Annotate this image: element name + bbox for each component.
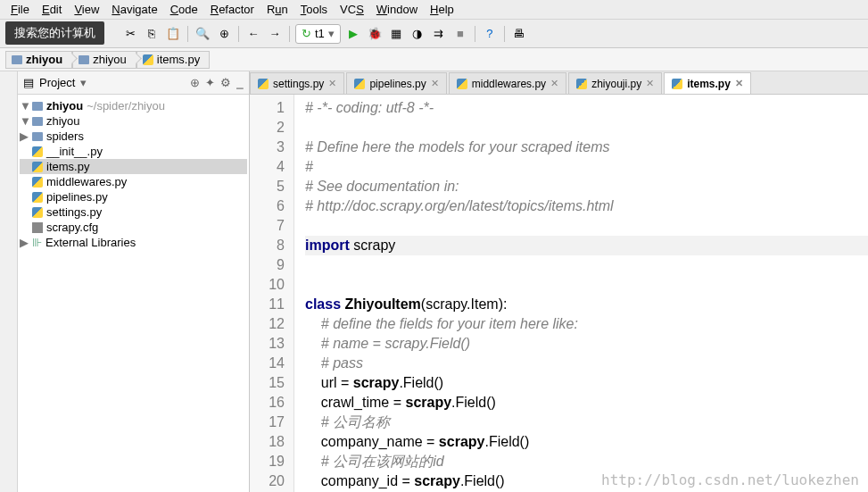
code-line[interactable]: company_id = scrapy.Field() bbox=[305, 471, 868, 491]
code-line[interactable]: # 公司名称 bbox=[305, 413, 868, 432]
code-line[interactable] bbox=[305, 118, 868, 138]
code-lines[interactable]: # -*- coding: utf-8 -*- # Define here th… bbox=[294, 95, 868, 492]
stop-icon[interactable]: ■ bbox=[451, 25, 469, 43]
code-line[interactable]: # name = scrapy.Field() bbox=[305, 334, 868, 354]
menu-edit[interactable]: Edit bbox=[37, 2, 67, 17]
breadcrumb-label: items.py bbox=[157, 53, 200, 66]
help-icon[interactable]: ? bbox=[481, 25, 499, 43]
tree-row[interactable]: pipelines.py bbox=[20, 189, 247, 204]
close-icon[interactable]: ✕ bbox=[550, 78, 558, 89]
cut-icon[interactable]: ✂ bbox=[121, 25, 139, 43]
code-line[interactable]: # 公司在该网站的id bbox=[305, 452, 868, 471]
folder-icon bbox=[32, 132, 43, 141]
expand-arrow-icon[interactable]: ▼ bbox=[20, 99, 29, 113]
chevron-down-icon: ▾ bbox=[328, 27, 335, 40]
target-icon[interactable]: ⊕ bbox=[190, 76, 200, 89]
paste-icon[interactable]: 📋 bbox=[164, 25, 182, 43]
line-number: 9 bbox=[250, 255, 285, 275]
tree-row[interactable]: items.py bbox=[20, 159, 247, 174]
code-line[interactable]: # bbox=[305, 157, 868, 177]
tree-row[interactable]: ▼zhiyou bbox=[20, 113, 247, 129]
menu-code[interactable]: Code bbox=[165, 2, 203, 17]
breadcrumb-item[interactable]: zhiyou bbox=[5, 51, 72, 69]
tree-label: pipelines.py bbox=[46, 190, 108, 204]
breadcrumb-label: zhiyou bbox=[93, 53, 127, 66]
code-line[interactable] bbox=[305, 275, 868, 295]
close-icon[interactable]: ✕ bbox=[328, 78, 336, 89]
expand-arrow-icon[interactable]: ▶ bbox=[20, 129, 29, 143]
menu-navigate[interactable]: Navigate bbox=[106, 2, 162, 17]
editor-tab[interactable]: middlewares.py✕ bbox=[449, 72, 566, 94]
code-area[interactable]: 1234567891011121314151617181920 # -*- co… bbox=[250, 95, 868, 492]
hide-icon[interactable]: ⎯ bbox=[236, 76, 244, 89]
project-view-icon[interactable]: ▤ bbox=[23, 76, 34, 89]
run-icon[interactable]: ▶ bbox=[344, 25, 362, 43]
menu-view[interactable]: View bbox=[69, 2, 104, 17]
copy-icon[interactable]: ⎘ bbox=[143, 25, 161, 43]
menu-file[interactable]: File bbox=[5, 2, 35, 17]
code-line[interactable] bbox=[305, 216, 868, 236]
tree-row[interactable]: ▼zhiyou ~/spider/zhiyou bbox=[20, 98, 247, 113]
find-icon[interactable]: 🔍 bbox=[194, 25, 211, 43]
close-icon[interactable]: ✕ bbox=[646, 78, 654, 89]
code-line[interactable]: import scrapy bbox=[305, 236, 868, 255]
run-config-selector[interactable]: ↻ t1 ▾ bbox=[295, 24, 341, 44]
code-line[interactable]: # pass bbox=[305, 354, 868, 373]
menu-run[interactable]: Run bbox=[261, 2, 293, 17]
tree-row[interactable]: ▶spiders bbox=[20, 129, 247, 144]
code-line[interactable]: # http://doc.scrapy.org/en/latest/topics… bbox=[305, 196, 868, 216]
breadcrumb-item[interactable]: items.py bbox=[136, 51, 210, 69]
print-icon[interactable]: 🖶 bbox=[510, 25, 528, 43]
line-number: 19 bbox=[250, 452, 285, 471]
gear-icon[interactable]: ⚙ bbox=[220, 76, 231, 89]
close-icon[interactable]: ✕ bbox=[431, 78, 439, 89]
editor-tab[interactable]: pipelines.py✕ bbox=[346, 72, 446, 94]
debug-icon[interactable]: 🐞 bbox=[366, 25, 384, 43]
menu-vcs[interactable]: VCS bbox=[335, 2, 369, 17]
line-number: 14 bbox=[250, 354, 285, 373]
breadcrumb-label: zhiyou bbox=[26, 53, 62, 66]
forward-icon[interactable]: → bbox=[266, 25, 284, 43]
tree-row[interactable]: scrapy.cfg bbox=[20, 220, 247, 235]
python-file-icon bbox=[32, 162, 43, 172]
code-line[interactable]: # -*- coding: utf-8 -*- bbox=[305, 98, 868, 118]
concurrent-icon[interactable]: ⇉ bbox=[430, 25, 448, 43]
tree-row[interactable]: settings.py bbox=[20, 204, 247, 220]
search-overlay[interactable]: 搜索您的计算机 bbox=[5, 21, 104, 45]
menu-help[interactable]: Help bbox=[425, 2, 459, 17]
menu-window[interactable]: Window bbox=[371, 2, 423, 17]
code-line[interactable]: # Define here the models for your scrape… bbox=[305, 138, 868, 157]
code-line[interactable]: url = scrapy.Field() bbox=[305, 373, 868, 393]
line-number: 18 bbox=[250, 432, 285, 452]
code-line[interactable]: crawl_time = scrapy.Field() bbox=[305, 393, 868, 413]
tree-row[interactable]: __init__.py bbox=[20, 144, 247, 159]
breadcrumb-item[interactable]: zhiyou bbox=[72, 51, 136, 69]
chevron-down-icon[interactable]: ▾ bbox=[80, 76, 87, 89]
tree-row[interactable]: ▶External Libraries bbox=[20, 235, 247, 250]
menu-refactor[interactable]: Refactor bbox=[205, 2, 260, 17]
folder-icon bbox=[32, 102, 43, 111]
code-line[interactable]: class ZhiyouItem(scrapy.Item): bbox=[305, 295, 868, 314]
code-line[interactable]: # See documentation in: bbox=[305, 177, 868, 196]
editor-tab[interactable]: items.py✕ bbox=[664, 72, 751, 94]
code-line[interactable]: # define the fields for your item here l… bbox=[305, 314, 868, 334]
line-gutter: 1234567891011121314151617181920 bbox=[250, 95, 294, 492]
profile-icon[interactable]: ◑ bbox=[409, 25, 426, 43]
code-line[interactable] bbox=[305, 255, 868, 275]
editor-tab[interactable]: settings.py✕ bbox=[250, 72, 344, 94]
coverage-icon[interactable]: ▦ bbox=[387, 25, 405, 43]
back-icon[interactable]: ← bbox=[244, 25, 262, 43]
tool-window-stripe[interactable] bbox=[0, 71, 18, 492]
close-icon[interactable]: ✕ bbox=[735, 78, 743, 89]
line-number: 7 bbox=[250, 216, 285, 236]
code-line[interactable]: company_name = scrapy.Field() bbox=[305, 432, 868, 452]
expand-arrow-icon[interactable]: ▶ bbox=[20, 236, 29, 249]
editor-tab[interactable]: zhiyouji.py✕ bbox=[568, 72, 662, 94]
project-tree[interactable]: ▼zhiyou ~/spider/zhiyou▼zhiyou▶spiders__… bbox=[18, 95, 249, 254]
tree-row[interactable]: middlewares.py bbox=[20, 174, 247, 189]
collapse-icon[interactable]: ✦ bbox=[205, 76, 215, 89]
expand-arrow-icon[interactable]: ▼ bbox=[20, 114, 29, 128]
line-number: 12 bbox=[250, 314, 285, 334]
zoom-icon[interactable]: ⊕ bbox=[215, 25, 233, 43]
menu-tools[interactable]: Tools bbox=[295, 2, 333, 17]
